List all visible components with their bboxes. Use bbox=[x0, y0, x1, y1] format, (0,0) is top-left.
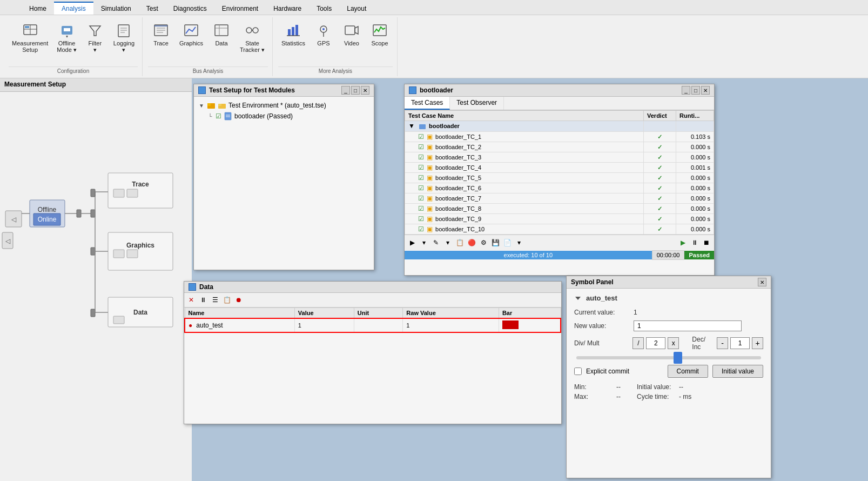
decinc-minus-btn[interactable]: - bbox=[717, 337, 728, 349]
bl-table-row-1[interactable]: ☑ ▣ bootloader_TC_1 ✓ 0.103 s bbox=[405, 132, 714, 142]
decinc-plus-btn[interactable]: + bbox=[752, 337, 763, 349]
slider-thumb[interactable] bbox=[674, 352, 682, 364]
bl-stop-btn[interactable]: ⏹ bbox=[701, 237, 712, 248]
tab-analysis[interactable]: Analysis bbox=[54, 2, 93, 15]
tab-simulation[interactable]: Simulation bbox=[93, 2, 139, 15]
divmult-div-btn[interactable]: / bbox=[633, 337, 644, 349]
btn-video[interactable]: Video bbox=[339, 19, 365, 49]
btn-trace[interactable]: Trace bbox=[148, 19, 174, 49]
bl-tab-test-observer[interactable]: Test Observer bbox=[450, 97, 504, 110]
new-value-input[interactable] bbox=[634, 320, 742, 331]
scope-label: Scope bbox=[371, 40, 388, 46]
tab-environment[interactable]: Environment bbox=[214, 2, 266, 15]
data-name-cell: ● auto_test bbox=[185, 318, 294, 332]
commit-button[interactable]: Commit bbox=[668, 365, 708, 378]
bootloader-minimize-btn[interactable]: _ bbox=[682, 86, 690, 95]
bl-play-btn[interactable]: ▶ bbox=[677, 237, 688, 248]
explicit-commit-checkbox[interactable] bbox=[574, 368, 582, 375]
bl-table-row-10[interactable]: ☑ ▣ bootloader_TC_10 ✓ 0.000 s bbox=[405, 224, 714, 235]
tab-layout[interactable]: Layout bbox=[339, 2, 374, 15]
btn-measurement-setup[interactable]: MeasurementSetup bbox=[9, 19, 51, 55]
state-label: StateTracker ▾ bbox=[240, 40, 265, 54]
bootloader-header[interactable]: bootloader _ □ ✕ bbox=[405, 84, 714, 97]
data-btn-record[interactable]: ⏺ bbox=[234, 295, 244, 305]
bl-btn-2[interactable]: ▾ bbox=[419, 237, 429, 248]
bl-table-row-7[interactable]: ☑ ▣ bootloader_TC_7 ✓ 0.000 s bbox=[405, 193, 714, 204]
bl-btn-8[interactable]: 💾 bbox=[490, 237, 501, 248]
svg-text:Graphics: Graphics bbox=[126, 242, 154, 249]
btn-filter[interactable]: Filter▾ bbox=[82, 19, 108, 56]
btn-graphics[interactable]: Graphics bbox=[176, 19, 206, 49]
bootloader-close-btn[interactable]: ✕ bbox=[701, 86, 710, 95]
bl-table-row-2[interactable]: ☑ ▣ bootloader_TC_2 ✓ 0.000 s bbox=[405, 142, 714, 152]
bl-tab-test-cases[interactable]: Test Cases bbox=[405, 97, 450, 110]
bl-btn-4[interactable]: ▾ bbox=[442, 237, 453, 248]
btn-scope[interactable]: Scope bbox=[367, 19, 393, 49]
btn-data[interactable]: Data bbox=[208, 19, 234, 49]
bl-table-row-3[interactable]: ☑ ▣ bootloader_TC_3 ✓ 0.000 s bbox=[405, 152, 714, 163]
test-setup-close-btn[interactable]: ✕ bbox=[361, 86, 369, 95]
bl-btn-1[interactable]: ▶ bbox=[407, 237, 418, 248]
symbol-panel-close-btn[interactable]: ✕ bbox=[758, 278, 766, 286]
cycle-time-item: Cycle time: - ms bbox=[637, 393, 691, 400]
btn-state-tracker[interactable]: StateTracker ▾ bbox=[237, 19, 268, 56]
offline-label: OfflineMode ▾ bbox=[57, 40, 77, 54]
bl-table-row-5[interactable]: ☑ ▣ bootloader_TC_5 ✓ 0.000 s bbox=[405, 173, 714, 183]
tab-diagnostics[interactable]: Diagnostics bbox=[166, 2, 214, 15]
btn-gps[interactable]: GPS bbox=[311, 19, 337, 49]
bl-pause-btn[interactable]: ⏸ bbox=[689, 237, 700, 248]
bl-table-row-9[interactable]: ☑ ▣ bootloader_TC_9 ✓ 0.000 s bbox=[405, 214, 714, 224]
test-setup-minimize-btn[interactable]: _ bbox=[341, 86, 350, 95]
bl-btn-6[interactable]: 🔴 bbox=[466, 237, 477, 248]
bl-btn-3[interactable]: ✎ bbox=[430, 237, 441, 248]
tab-hardware[interactable]: Hardware bbox=[266, 2, 309, 15]
bl-table-row-6[interactable]: ☑ ▣ bootloader_TC_6 ✓ 0.000 s bbox=[405, 183, 714, 193]
tab-tools[interactable]: Tools bbox=[309, 2, 339, 15]
tab-test[interactable]: Test bbox=[139, 2, 166, 15]
test-setup-title: Test Setup for Test Modules bbox=[198, 86, 295, 94]
data-btn-copy[interactable]: 📋 bbox=[222, 295, 232, 305]
bl-verdict: Passed bbox=[684, 251, 714, 259]
bl-table-row-0[interactable]: ▼ bootloader bbox=[405, 121, 714, 132]
test-setup-header[interactable]: Test Setup for Test Modules _ □ ✕ bbox=[194, 84, 374, 97]
btn-offline-mode[interactable]: OfflineMode ▾ bbox=[53, 19, 80, 56]
tree-expand-root[interactable]: ▼ bbox=[198, 102, 205, 109]
initial-value-button[interactable]: Initial value bbox=[712, 365, 763, 378]
bl-btn-5[interactable]: 📋 bbox=[454, 237, 465, 248]
btn-statistics[interactable]: Statistics bbox=[278, 19, 308, 49]
tree-root-item[interactable]: ▼ Test Environment * (auto_test.tse) bbox=[196, 100, 372, 111]
bl-btn-10[interactable]: ▾ bbox=[514, 237, 524, 248]
data-row-1[interactable]: ● auto_test 1 1 bbox=[185, 318, 561, 332]
divmult-mult-btn[interactable]: x bbox=[668, 337, 679, 349]
bootloader-maximize-btn[interactable]: □ bbox=[691, 86, 700, 95]
bl-row-runtime-10: 0.000 s bbox=[676, 224, 714, 235]
test-setup-maximize-btn[interactable]: □ bbox=[351, 86, 360, 95]
divmult-label: Div/ Mult bbox=[574, 339, 630, 347]
symbol-panel-header[interactable]: Symbol Panel ✕ bbox=[567, 276, 771, 289]
bl-btn-7[interactable]: ⚙ bbox=[478, 237, 489, 248]
bl-table-row-4[interactable]: ☑ ▣ bootloader_TC_4 ✓ 0.001 s bbox=[405, 163, 714, 173]
decinc-val-input[interactable] bbox=[730, 337, 750, 349]
bl-btn-9[interactable]: 📄 bbox=[502, 237, 513, 248]
bl-table-row-8[interactable]: ☑ ▣ bootloader_TC_8 ✓ 0.000 s bbox=[405, 204, 714, 214]
bl-warn-1: ▣ bbox=[427, 133, 433, 141]
ribbon-group-bus-analysis: Trace Graphics Data bbox=[144, 17, 273, 76]
data-btn-delete[interactable]: ✕ bbox=[186, 295, 196, 305]
divmult-val-input[interactable] bbox=[646, 337, 665, 349]
data-col-raw: Raw Value bbox=[403, 308, 499, 319]
symbol-content: auto_test Current value: 1 New value: Di… bbox=[567, 289, 771, 406]
data-btn-pause[interactable]: ⏸ bbox=[198, 295, 208, 305]
bus-group-label: Bus Analysis bbox=[148, 66, 268, 74]
bl-warn-4: ▣ bbox=[427, 164, 433, 171]
test-setup-header-btns: _ □ ✕ bbox=[341, 86, 369, 95]
tab-home[interactable]: Home bbox=[22, 2, 54, 15]
bl-row-runtime-6: 0.000 s bbox=[676, 183, 714, 193]
data-panel-header[interactable]: Data bbox=[184, 282, 561, 293]
slider-track[interactable] bbox=[576, 356, 761, 359]
tree-expand-child[interactable]: └ bbox=[207, 113, 213, 119]
btn-logging[interactable]: Logging▾ bbox=[110, 19, 138, 56]
symbol-name: auto_test bbox=[586, 294, 617, 302]
svg-text:Data: Data bbox=[133, 309, 147, 316]
data-btn-list[interactable]: ☰ bbox=[210, 295, 220, 305]
tree-child-item[interactable]: └ ☑ bootloader (Passed) bbox=[205, 111, 372, 122]
